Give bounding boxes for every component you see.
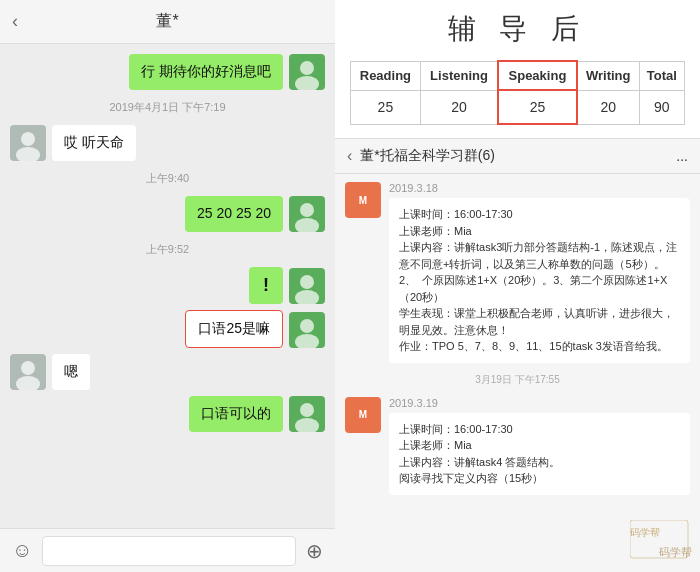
- emoji-icon[interactable]: ☺: [12, 539, 32, 562]
- svg-point-3: [16, 147, 40, 161]
- col-header-total: Total: [639, 61, 684, 90]
- group-sender-date: 2019.3.19: [389, 397, 690, 409]
- group-message-row: M 2019.3.18 上课时间：16:00-17:30上课老师：Mia上课内容…: [335, 174, 700, 371]
- svg-point-8: [300, 319, 314, 333]
- col-header-writing: Writing: [577, 61, 640, 90]
- avatar: [289, 196, 325, 232]
- message-row: 哎 听天命: [10, 125, 325, 161]
- avatar: [10, 354, 46, 390]
- chat-contact-name: 董*: [156, 11, 178, 32]
- section-title: 辅 导 后: [448, 10, 588, 48]
- svg-point-2: [21, 132, 35, 146]
- svg-point-11: [16, 376, 40, 390]
- svg-point-6: [300, 275, 314, 289]
- chat-input[interactable]: [42, 536, 296, 566]
- chat-bubble: 口语可以的: [189, 396, 283, 432]
- col-header-speaking: Speaking: [498, 61, 576, 90]
- message-row: 口语25是嘛: [10, 310, 325, 348]
- group-bubble: 上课时间：16:00-17:30上课老师：Mia上课内容：讲解task4 答题结…: [389, 413, 690, 495]
- message-row: !: [10, 267, 325, 304]
- avatar: [289, 396, 325, 432]
- avatar: [289, 54, 325, 90]
- score-section: 辅 导 后 Reading Listening Speaking Writing…: [335, 0, 700, 130]
- chat-bubble-outlined: 口语25是嘛: [185, 310, 283, 348]
- svg-point-13: [295, 418, 319, 432]
- group-chat-header: ‹ 董*托福全科学习群(6) ...: [335, 139, 700, 174]
- svg-point-4: [300, 203, 314, 217]
- svg-point-12: [300, 403, 314, 417]
- chat-bubble: 嗯: [52, 354, 90, 390]
- group-back-icon[interactable]: ‹: [347, 147, 352, 165]
- chat-messages: 行 期待你的好消息吧 2019年4月1日 下午7:19 哎 听天命 上午9:40…: [0, 44, 335, 528]
- right-panel: 辅 导 后 Reading Listening Speaking Writing…: [335, 0, 700, 572]
- chat-panel: ‹ 董* 行 期待你的好消息吧 2019年4月1日 下午7:19 哎 听天命 上…: [0, 0, 335, 572]
- chat-bubble: 哎 听天命: [52, 125, 136, 161]
- svg-point-1: [295, 76, 319, 90]
- svg-point-9: [295, 334, 319, 348]
- svg-point-10: [21, 361, 35, 375]
- add-icon[interactable]: ⊕: [306, 539, 323, 563]
- group-sender-date: 2019.3.18: [389, 182, 690, 194]
- chat-header: ‹ 董*: [0, 0, 335, 44]
- col-header-reading: Reading: [351, 61, 421, 90]
- group-messages: M 2019.3.18 上课时间：16:00-17:30上课老师：Mia上课内容…: [335, 174, 700, 572]
- group-date-separator: 3月19日 下午17:55: [335, 371, 700, 389]
- avatar: [289, 268, 325, 304]
- group-avatar: M: [345, 182, 381, 218]
- score-table: Reading Listening Speaking Writing Total…: [350, 60, 685, 125]
- chat-bubble: !: [249, 267, 283, 304]
- score-speaking: 25: [498, 90, 576, 124]
- group-chat-panel: ‹ 董*托福全科学习群(6) ... M 2019.3.18 上课时间：16:0…: [335, 138, 700, 572]
- more-options-icon[interactable]: ...: [676, 148, 688, 164]
- avatar: [289, 312, 325, 348]
- group-bubble: 上课时间：16:00-17:30上课老师：Mia上课内容：讲解task3听力部分…: [389, 198, 690, 363]
- timestamp: 上午9:40: [10, 171, 325, 186]
- group-message-row: M 2019.3.19 上课时间：16:00-17:30上课老师：Mia上课内容…: [335, 389, 700, 503]
- group-message-content: 2019.3.18 上课时间：16:00-17:30上课老师：Mia上课内容：讲…: [389, 182, 690, 363]
- score-reading: 25: [351, 90, 421, 124]
- avatar: [10, 125, 46, 161]
- message-row: 行 期待你的好消息吧: [10, 54, 325, 90]
- svg-point-7: [295, 290, 319, 304]
- message-row: 口语可以的: [10, 396, 325, 432]
- chat-bubble: 25 20 25 20: [185, 196, 283, 232]
- svg-point-5: [295, 218, 319, 232]
- timestamp: 上午9:52: [10, 242, 325, 257]
- group-chat-title: 董*托福全科学习群(6): [360, 147, 495, 165]
- score-listening: 20: [420, 90, 498, 124]
- col-header-listening: Listening: [420, 61, 498, 90]
- message-row: 嗯: [10, 354, 325, 390]
- score-total: 90: [639, 90, 684, 124]
- group-avatar: M: [345, 397, 381, 433]
- chat-footer: ☺ ⊕: [0, 528, 335, 572]
- timestamp: 2019年4月1日 下午7:19: [10, 100, 325, 115]
- chat-bubble: 行 期待你的好消息吧: [129, 54, 283, 90]
- group-message-content: 2019.3.19 上课时间：16:00-17:30上课老师：Mia上课内容：讲…: [389, 397, 690, 495]
- back-arrow-icon[interactable]: ‹: [12, 11, 18, 32]
- score-writing: 20: [577, 90, 640, 124]
- message-row: 25 20 25 20: [10, 196, 325, 232]
- svg-point-0: [300, 61, 314, 75]
